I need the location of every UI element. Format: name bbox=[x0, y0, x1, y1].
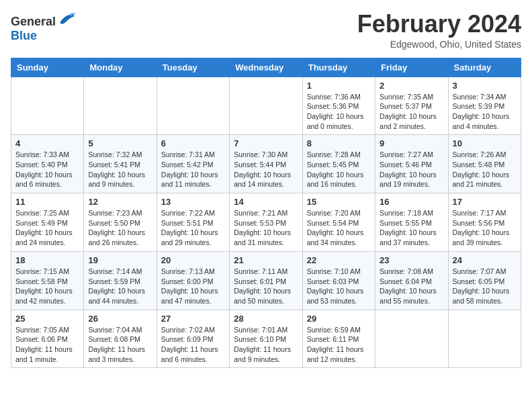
day-info: Sunrise: 7:14 AM Sunset: 5:59 PM Dayligh… bbox=[88, 267, 152, 306]
day-info: Sunrise: 7:35 AM Sunset: 5:37 PM Dayligh… bbox=[380, 92, 443, 132]
calendar-cell: 27Sunrise: 7:02 AM Sunset: 6:09 PM Dayli… bbox=[157, 310, 229, 368]
day-number: 23 bbox=[380, 255, 443, 265]
day-info: Sunrise: 7:02 AM Sunset: 6:09 PM Dayligh… bbox=[161, 325, 225, 365]
day-info: Sunrise: 7:10 AM Sunset: 6:03 PM Dayligh… bbox=[307, 267, 371, 306]
calendar-body: 1Sunrise: 7:36 AM Sunset: 5:36 PM Daylig… bbox=[11, 77, 521, 368]
calendar-cell: 15Sunrise: 7:20 AM Sunset: 5:54 PM Dayli… bbox=[302, 193, 375, 252]
day-number: 17 bbox=[453, 197, 517, 207]
day-number: 26 bbox=[88, 314, 152, 324]
subtitle: Edgewood, Ohio, United States bbox=[357, 39, 521, 50]
day-number: 28 bbox=[234, 314, 298, 324]
calendar-cell: 11Sunrise: 7:25 AM Sunset: 5:49 PM Dayli… bbox=[11, 193, 84, 252]
day-info: Sunrise: 7:01 AM Sunset: 6:10 PM Dayligh… bbox=[234, 325, 298, 365]
calendar-header: SundayMondayTuesdayWednesdayThursdayFrid… bbox=[11, 58, 521, 77]
day-number: 5 bbox=[88, 138, 152, 148]
calendar-cell: 12Sunrise: 7:23 AM Sunset: 5:50 PM Dayli… bbox=[84, 193, 157, 252]
calendar-cell: 18Sunrise: 7:15 AM Sunset: 5:58 PM Dayli… bbox=[11, 251, 84, 310]
day-info: Sunrise: 7:22 AM Sunset: 5:51 PM Dayligh… bbox=[161, 208, 225, 248]
day-info: Sunrise: 7:31 AM Sunset: 5:42 PM Dayligh… bbox=[161, 150, 225, 189]
calendar-cell: 20Sunrise: 7:13 AM Sunset: 6:00 PM Dayli… bbox=[157, 251, 229, 310]
day-info: Sunrise: 7:26 AM Sunset: 5:48 PM Dayligh… bbox=[453, 150, 517, 189]
calendar-row: 25Sunrise: 7:05 AM Sunset: 6:06 PM Dayli… bbox=[11, 310, 521, 368]
day-number: 7 bbox=[234, 138, 298, 148]
calendar-row: 4Sunrise: 7:33 AM Sunset: 5:40 PM Daylig… bbox=[11, 135, 521, 193]
day-number: 6 bbox=[161, 138, 225, 148]
day-info: Sunrise: 7:27 AM Sunset: 5:46 PM Dayligh… bbox=[380, 150, 443, 189]
day-number: 25 bbox=[15, 314, 79, 324]
calendar-cell bbox=[84, 77, 157, 135]
day-info: Sunrise: 7:15 AM Sunset: 5:58 PM Dayligh… bbox=[15, 267, 79, 306]
calendar-cell: 26Sunrise: 7:04 AM Sunset: 6:08 PM Dayli… bbox=[84, 310, 157, 368]
day-number: 4 bbox=[15, 138, 79, 148]
column-header-friday: Friday bbox=[375, 58, 448, 77]
title-block: February 2024 Edgewood, Ohio, United Sta… bbox=[357, 11, 521, 50]
day-info: Sunrise: 7:36 AM Sunset: 5:36 PM Dayligh… bbox=[307, 92, 371, 132]
calendar-cell bbox=[375, 310, 448, 368]
calendar-cell: 7Sunrise: 7:30 AM Sunset: 5:44 PM Daylig… bbox=[230, 135, 302, 193]
calendar-row: 11Sunrise: 7:25 AM Sunset: 5:49 PM Dayli… bbox=[11, 193, 521, 252]
day-info: Sunrise: 7:13 AM Sunset: 6:00 PM Dayligh… bbox=[161, 267, 225, 306]
calendar-cell: 29Sunrise: 6:59 AM Sunset: 6:11 PM Dayli… bbox=[302, 310, 375, 368]
day-number: 22 bbox=[307, 255, 371, 265]
day-number: 13 bbox=[161, 197, 225, 207]
day-info: Sunrise: 7:25 AM Sunset: 5:49 PM Dayligh… bbox=[15, 208, 79, 248]
column-header-monday: Monday bbox=[84, 58, 157, 77]
day-info: Sunrise: 7:28 AM Sunset: 5:45 PM Dayligh… bbox=[307, 150, 371, 189]
day-number: 10 bbox=[453, 138, 517, 148]
day-number: 3 bbox=[453, 81, 517, 91]
day-info: Sunrise: 7:23 AM Sunset: 5:50 PM Dayligh… bbox=[88, 208, 152, 248]
column-header-tuesday: Tuesday bbox=[157, 58, 229, 77]
day-info: Sunrise: 7:07 AM Sunset: 6:05 PM Dayligh… bbox=[453, 267, 517, 306]
calendar-cell: 4Sunrise: 7:33 AM Sunset: 5:40 PM Daylig… bbox=[11, 135, 84, 193]
calendar-cell: 5Sunrise: 7:32 AM Sunset: 5:41 PM Daylig… bbox=[84, 135, 157, 193]
day-number: 21 bbox=[234, 255, 298, 265]
calendar-cell: 21Sunrise: 7:11 AM Sunset: 6:01 PM Dayli… bbox=[230, 251, 302, 310]
day-number: 1 bbox=[307, 81, 371, 91]
day-info: Sunrise: 7:11 AM Sunset: 6:01 PM Dayligh… bbox=[234, 267, 298, 306]
calendar-cell: 25Sunrise: 7:05 AM Sunset: 6:06 PM Dayli… bbox=[11, 310, 84, 368]
calendar-cell: 13Sunrise: 7:22 AM Sunset: 5:51 PM Dayli… bbox=[157, 193, 229, 252]
calendar-row: 18Sunrise: 7:15 AM Sunset: 5:58 PM Dayli… bbox=[11, 251, 521, 310]
calendar-cell: 9Sunrise: 7:27 AM Sunset: 5:46 PM Daylig… bbox=[375, 135, 448, 193]
day-info: Sunrise: 7:33 AM Sunset: 5:40 PM Dayligh… bbox=[15, 150, 79, 189]
day-info: Sunrise: 7:05 AM Sunset: 6:06 PM Dayligh… bbox=[15, 325, 79, 365]
calendar-cell bbox=[11, 77, 84, 135]
calendar-row: 1Sunrise: 7:36 AM Sunset: 5:36 PM Daylig… bbox=[11, 77, 521, 135]
day-info: Sunrise: 7:17 AM Sunset: 5:56 PM Dayligh… bbox=[453, 208, 517, 248]
calendar-cell: 3Sunrise: 7:34 AM Sunset: 5:39 PM Daylig… bbox=[448, 77, 521, 135]
day-info: Sunrise: 7:08 AM Sunset: 6:04 PM Dayligh… bbox=[380, 267, 443, 306]
logo-text: General Blue bbox=[11, 11, 76, 43]
calendar-cell: 6Sunrise: 7:31 AM Sunset: 5:42 PM Daylig… bbox=[157, 135, 229, 193]
day-info: Sunrise: 7:32 AM Sunset: 5:41 PM Dayligh… bbox=[88, 150, 152, 189]
day-number: 20 bbox=[161, 255, 225, 265]
calendar-cell: 17Sunrise: 7:17 AM Sunset: 5:56 PM Dayli… bbox=[448, 193, 521, 252]
column-header-sunday: Sunday bbox=[11, 58, 84, 77]
logo-blue: Blue bbox=[11, 29, 37, 42]
calendar-table: SundayMondayTuesdayWednesdayThursdayFrid… bbox=[11, 58, 521, 369]
calendar-cell: 14Sunrise: 7:21 AM Sunset: 5:53 PM Dayli… bbox=[230, 193, 302, 252]
day-number: 18 bbox=[15, 255, 79, 265]
day-info: Sunrise: 7:30 AM Sunset: 5:44 PM Dayligh… bbox=[234, 150, 298, 189]
day-number: 9 bbox=[380, 138, 443, 148]
day-number: 8 bbox=[307, 138, 371, 148]
day-info: Sunrise: 7:20 AM Sunset: 5:54 PM Dayligh… bbox=[307, 208, 371, 248]
column-header-wednesday: Wednesday bbox=[230, 58, 302, 77]
day-number: 12 bbox=[88, 197, 152, 207]
logo-bird-icon bbox=[57, 11, 76, 26]
day-number: 15 bbox=[307, 197, 371, 207]
day-number: 27 bbox=[161, 314, 225, 324]
page-header: General Blue February 2024 Edgewood, Ohi… bbox=[11, 11, 521, 50]
column-header-saturday: Saturday bbox=[448, 58, 521, 77]
day-number: 2 bbox=[380, 81, 443, 91]
main-title: February 2024 bbox=[357, 11, 521, 38]
calendar-cell: 28Sunrise: 7:01 AM Sunset: 6:10 PM Dayli… bbox=[230, 310, 302, 368]
calendar-cell bbox=[448, 310, 521, 368]
calendar-cell: 1Sunrise: 7:36 AM Sunset: 5:36 PM Daylig… bbox=[302, 77, 375, 135]
logo: General Blue bbox=[11, 11, 76, 43]
calendar-cell: 10Sunrise: 7:26 AM Sunset: 5:48 PM Dayli… bbox=[448, 135, 521, 193]
day-info: Sunrise: 7:18 AM Sunset: 5:55 PM Dayligh… bbox=[380, 208, 443, 248]
calendar-cell: 24Sunrise: 7:07 AM Sunset: 6:05 PM Dayli… bbox=[448, 251, 521, 310]
day-info: Sunrise: 6:59 AM Sunset: 6:11 PM Dayligh… bbox=[307, 325, 371, 365]
calendar-cell: 23Sunrise: 7:08 AM Sunset: 6:04 PM Dayli… bbox=[375, 251, 448, 310]
day-info: Sunrise: 7:21 AM Sunset: 5:53 PM Dayligh… bbox=[234, 208, 298, 248]
